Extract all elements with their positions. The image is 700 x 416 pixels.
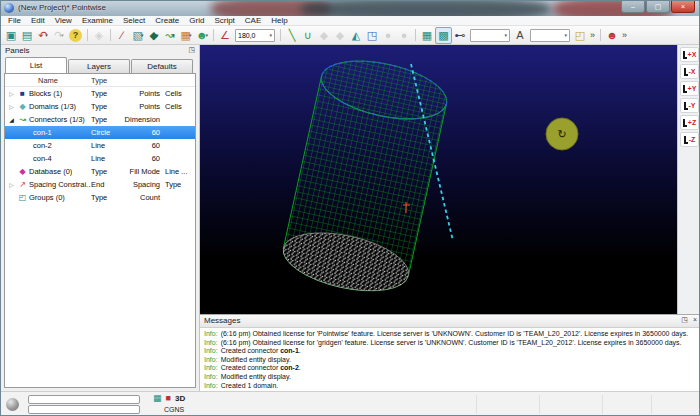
toolbar-separator <box>110 29 111 41</box>
toolbar-separator <box>213 29 214 41</box>
tree-row-con-1[interactable]: con-1Circle60 <box>5 126 195 139</box>
undo-button[interactable]: ↶▾ <box>35 27 51 43</box>
chevron-down-icon: ▾ <box>564 32 567 38</box>
curve-connector-icon: ∪ <box>304 30 312 41</box>
view-minus-x-button[interactable]: -X <box>680 64 699 79</box>
column-type[interactable]: Type <box>91 76 121 85</box>
view-plusminus-x-button[interactable]: +X <box>680 47 699 62</box>
view-minus-y-button[interactable]: -Y <box>680 98 699 113</box>
surface-tool-2-button[interactable]: ◆ <box>332 27 348 43</box>
display-attributes-button[interactable]: ∕ <box>114 27 130 43</box>
two-point-connector-button[interactable]: ╲ <box>284 27 300 43</box>
tab-defaults[interactable]: Defaults <box>131 59 193 73</box>
toolbar-overflow-1[interactable]: » <box>588 30 597 40</box>
view-style-button[interactable]: ▧▾ <box>130 27 146 43</box>
create-connector-button[interactable]: ↝▾ <box>162 27 178 43</box>
sphere-tool-icon: ● <box>385 30 392 41</box>
float-panel-icon[interactable]: ◳ <box>188 46 195 54</box>
status-field-1[interactable] <box>28 395 140 404</box>
maximize-button[interactable]: ▢ <box>646 1 670 13</box>
pointwise-window: (New Project)* Pointwise –▢× FileEditVie… <box>0 0 700 416</box>
tree-row-spacing-constrai[interactable]: ▷↗Spacing Constrai...EndSpacingType <box>5 178 195 191</box>
column-name[interactable]: Name <box>5 76 91 85</box>
close-messages-icon[interactable]: × <box>693 316 697 324</box>
view-minus-z-button[interactable]: -Z <box>680 132 699 147</box>
expander-icon[interactable]: ▷ <box>7 103 16 110</box>
expander-icon[interactable]: ◢ <box>7 116 16 123</box>
open-button[interactable]: ▤ <box>19 27 35 43</box>
save-icon: ▣ <box>6 30 16 41</box>
view-plusminus-z-button[interactable]: +Z <box>680 115 699 130</box>
tree-row-connectors-1-3[interactable]: ◢↝Connectors (1/3)TypeDimension <box>5 113 195 126</box>
view-plusminus-y-button[interactable]: +Y <box>680 81 699 96</box>
tree-name-cell: con-2 <box>5 141 91 150</box>
save-button[interactable]: ▣ <box>3 27 19 43</box>
expander-icon[interactable]: ▷ <box>7 90 16 97</box>
show-hide-entities-button[interactable]: ◈ <box>91 27 107 43</box>
unstructured-mesh-button[interactable]: ▩ <box>435 27 452 44</box>
menu-grid[interactable]: Grid <box>184 16 209 26</box>
menu-cae[interactable]: CAE <box>240 16 266 26</box>
toolbar-separator <box>415 29 416 41</box>
sphere-tool-2-button[interactable]: ● <box>396 27 412 43</box>
close-button[interactable]: × <box>671 1 695 13</box>
entity-c3: Spacing <box>121 180 165 189</box>
display-viewport[interactable]: ↻ <box>200 45 677 314</box>
menu-examine[interactable]: Examine <box>77 16 118 26</box>
menu-file[interactable]: File <box>3 16 26 26</box>
toolbar-overflow-2[interactable]: » <box>620 30 629 40</box>
status-field-2[interactable] <box>28 405 140 414</box>
toolbar-separator <box>600 29 601 41</box>
connector-dimension-button[interactable]: ⊷ <box>452 27 468 43</box>
chevron-down-icon: ▾ <box>189 32 192 38</box>
structured-mesh-button[interactable]: ▦ <box>419 27 435 43</box>
titlebar-glass-blob <box>301 1 551 16</box>
axis-label: +Y <box>688 85 697 92</box>
colormap-button[interactable]: ▦▾ <box>178 27 194 43</box>
curve-connector-button[interactable]: ∪ <box>300 27 316 43</box>
redo-button[interactable]: ↷▾ <box>51 27 67 43</box>
entity-mask-button[interactable]: ☻▾ <box>194 27 210 43</box>
shaded-view-button[interactable]: ◆▾ <box>146 27 162 43</box>
panel-tabs: ListLayersDefaults <box>1 57 199 73</box>
tree-row-database-0[interactable]: ◆Database (0)TypeFill ModeLine ... <box>5 165 195 178</box>
float-messages-icon[interactable]: ◳ <box>681 316 688 324</box>
entity-name: Spacing Constrai... <box>29 180 91 189</box>
selection-mask-button[interactable]: ☻ <box>604 27 620 43</box>
tree-row-con-4[interactable]: con-4Line60 <box>5 152 195 165</box>
status-bar: ▦ ■ 3D CGNS <box>1 391 700 416</box>
sphere-tool-button[interactable]: ● <box>380 27 396 43</box>
tree-row-con-2[interactable]: con-2Line60 <box>5 139 195 152</box>
spacing-combo[interactable]: ▾ <box>530 29 570 42</box>
entity-c2: Type <box>91 89 121 98</box>
minimize-button[interactable]: – <box>621 1 645 13</box>
help-button[interactable]: ? <box>69 29 82 42</box>
expander-icon[interactable]: ▷ <box>7 181 16 188</box>
axis-label: -X <box>689 68 696 75</box>
message-level: Info: <box>204 347 218 354</box>
tab-list[interactable]: List <box>5 57 67 73</box>
angle-tolerance-button[interactable]: ∠ <box>217 27 233 43</box>
menu-create[interactable]: Create <box>150 16 184 26</box>
chevron-down-icon: ▾ <box>61 32 64 38</box>
tree-row-blocks-1[interactable]: ▷■Blocks (1)TypePointsCells <box>5 87 195 100</box>
entity-c4: Cells <box>165 89 196 98</box>
tree-row-groups-0[interactable]: ◰Groups (0)TypeCount <box>5 191 195 204</box>
messages-title: Messages <box>204 316 240 325</box>
angle-value-combo[interactable]: 180,0▾ <box>235 29 275 42</box>
surface-tool-button[interactable]: ◆ <box>316 27 332 43</box>
menu-select[interactable]: Select <box>118 16 150 26</box>
dimension-combo[interactable]: ▾ <box>470 29 510 42</box>
menu-help[interactable]: Help <box>266 16 292 26</box>
menu-edit[interactable]: Edit <box>26 16 50 26</box>
tab-layers[interactable]: Layers <box>68 59 130 73</box>
tree-row-domains-1-3[interactable]: ▷◆Domains (1/3)TypePointsCells <box>5 100 195 113</box>
database-tool-button[interactable]: ◳ <box>364 27 380 43</box>
layers-button[interactable]: ◰ <box>572 27 588 43</box>
average-spacing-button[interactable]: A <box>512 27 528 43</box>
menu-script[interactable]: Script <box>209 16 239 26</box>
connector-dimension-icon: ⊷ <box>455 30 466 41</box>
menu-view[interactable]: View <box>50 16 77 26</box>
revolve-tool-button[interactable]: ◭ <box>348 27 364 43</box>
angle-tolerance-icon: ∠ <box>220 30 230 41</box>
